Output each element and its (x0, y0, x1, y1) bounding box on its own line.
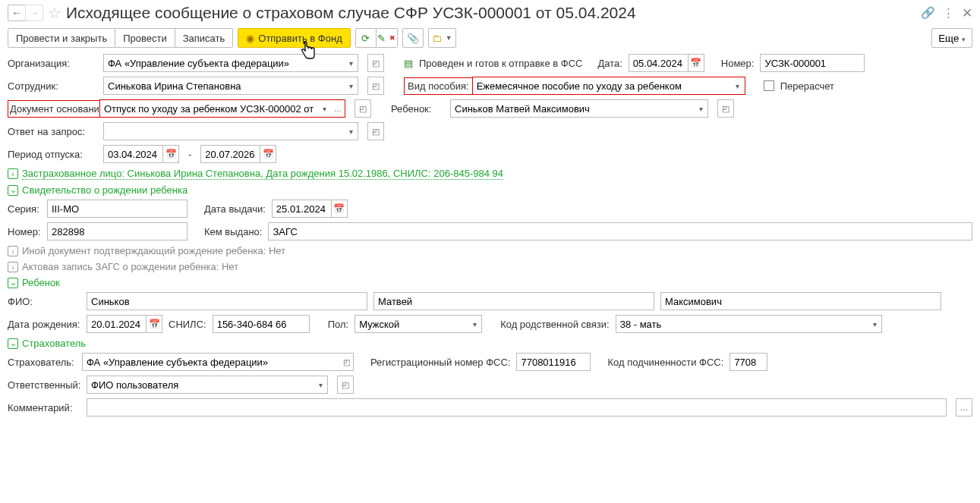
insured-person-info[interactable]: Застрахованное лицо: Синькова Ирина Степ… (22, 168, 503, 180)
cert-issued-by-input[interactable] (268, 222, 972, 240)
basis-doc-combo[interactable]: ▾ … (99, 99, 345, 118)
child-snils-input[interactable] (213, 315, 310, 333)
child-section[interactable]: ⌄ Ребенок (8, 277, 972, 288)
chevron-down-icon[interactable]: ▾ (731, 77, 745, 94)
folder-dropdown-button[interactable]: 🗀 ▼ (428, 28, 456, 48)
period-to-input[interactable]: 📅 (200, 145, 276, 163)
comment-input[interactable] (87, 398, 947, 417)
child-input[interactable] (450, 99, 695, 118)
chevron-down-icon[interactable]: ▾ (345, 122, 358, 140)
open-org-button[interactable]: ◰ (367, 54, 384, 72)
child-firstname-input[interactable] (373, 292, 654, 310)
snils-label: СНИЛС: (169, 319, 206, 330)
back-button[interactable]: ← (8, 5, 26, 21)
calendar-icon[interactable]: 📅 (260, 145, 276, 163)
cert-series-input[interactable] (47, 200, 187, 218)
series-label: Серия: (8, 203, 41, 215)
chevron-down-icon[interactable]: ▾ (468, 315, 482, 333)
cert-number-label: Номер: (8, 226, 41, 237)
calendar-icon[interactable]: 📅 (688, 54, 704, 72)
more-button[interactable]: Еще ▾ (931, 28, 972, 48)
chevron-down-icon[interactable]: ▾ (868, 315, 882, 333)
responsible-combo[interactable]: ▾ (87, 376, 328, 394)
fss-reg-input[interactable] (516, 353, 591, 371)
calendar-icon[interactable]: 📅 (331, 200, 348, 218)
cert-issue-date-input[interactable]: 📅 (272, 200, 348, 218)
refresh-icon: ⟳ (361, 33, 370, 44)
collapse-icon[interactable]: ⌄ (8, 338, 18, 349)
expand-icon[interactable]: › (8, 168, 18, 179)
insurer-input[interactable] (82, 353, 340, 371)
favorite-star-icon[interactable]: ☆ (48, 4, 61, 22)
chevron-down-icon[interactable]: ▾ (345, 54, 358, 72)
post-and-close-button[interactable]: Провести и закрыть (8, 28, 115, 48)
collapse-icon[interactable]: ⌄ (8, 278, 18, 288)
attach-button[interactable]: 📎 (402, 28, 424, 48)
close-icon[interactable]: ✕ (962, 5, 972, 21)
basis-doc-input[interactable] (100, 100, 317, 117)
link-icon[interactable]: 🔗 (921, 6, 935, 20)
employee-combo[interactable]: ▾ (103, 77, 358, 95)
kebab-menu-icon[interactable]: ⋮ (943, 6, 954, 20)
responsible-input[interactable] (87, 376, 314, 394)
cert-number-input[interactable] (47, 222, 187, 240)
post-button[interactable]: Провести (115, 28, 175, 48)
gender-combo[interactable]: ▾ (355, 315, 482, 333)
insurer-combo[interactable]: ◰ (82, 353, 354, 371)
expand-icon[interactable]: › (8, 246, 18, 256)
calendar-icon[interactable]: 📅 (162, 145, 179, 163)
open-employee-button[interactable]: ◰ (367, 77, 384, 95)
doc-number-input[interactable] (760, 54, 865, 72)
page-title: Исходящее сообщение о страховом случае С… (66, 4, 916, 22)
folder-icon: 🗀 (432, 33, 442, 44)
benefit-type-combo[interactable]: ▾ (472, 77, 745, 95)
open-basis-button[interactable]: ◰ (355, 99, 371, 118)
open-response-button[interactable]: ◰ (367, 122, 384, 140)
expand-icon[interactable]: › (8, 262, 18, 272)
comment-ellipsis-button[interactable]: … (956, 398, 972, 417)
calendar-icon[interactable]: 📅 (146, 315, 162, 333)
recalc-checkbox[interactable] (764, 80, 774, 91)
save-button[interactable]: Записать (175, 28, 234, 48)
ellipsis-icon[interactable]: … (331, 100, 345, 117)
response-label: Ответ на запрос: (8, 126, 97, 137)
response-combo[interactable]: ▾ (103, 122, 358, 140)
chevron-down-icon[interactable]: ▾ (695, 99, 708, 118)
child-birth-input[interactable]: 📅 (87, 315, 162, 333)
period-from-input[interactable]: 📅 (103, 145, 179, 163)
open-responsible-button[interactable]: ◰ (337, 376, 354, 394)
birth-cert-title: Свидетельство о рождении ребенка (22, 184, 187, 196)
doc-date-input[interactable]: 📅 (629, 54, 704, 72)
org-input[interactable] (103, 54, 345, 72)
edit-green-button[interactable]: ✎✖ (377, 28, 398, 48)
benefit-type-input[interactable] (473, 77, 731, 94)
open-child-button[interactable]: ◰ (717, 99, 734, 118)
relation-input[interactable] (616, 315, 868, 333)
refresh-button[interactable]: ⟳ (355, 28, 377, 48)
chevron-down-icon[interactable]: ▾ (314, 376, 328, 394)
forward-button[interactable]: → (25, 5, 43, 21)
open-insurer-icon[interactable]: ◰ (340, 353, 354, 371)
insurer-section[interactable]: ⌄ Страхователь (8, 338, 972, 349)
relation-label: Код родственной связи: (500, 319, 610, 330)
gender-input[interactable] (355, 315, 468, 333)
send-to-fund-button[interactable]: ◉ Отправить в Фонд (238, 28, 350, 48)
fss-sub-label: Код подчиненности ФСС: (607, 357, 723, 368)
insured-person-section[interactable]: › Застрахованное лицо: Синькова Ирина Ст… (8, 168, 972, 180)
relation-combo[interactable]: ▾ (616, 315, 972, 333)
other-doc-section[interactable]: › Иной документ подтверждающий рождение … (8, 245, 972, 256)
org-combo[interactable]: ▾ (103, 54, 358, 72)
child-patronymic-input[interactable] (660, 292, 941, 310)
birth-cert-section[interactable]: ⌄ Свидетельство о рождении ребенка (8, 184, 972, 196)
zags-record-section[interactable]: › Актовая запись ЗАГС о рождении ребенка… (8, 261, 972, 272)
collapse-icon[interactable]: ⌄ (8, 185, 18, 196)
chevron-down-icon[interactable]: ▾ (345, 77, 358, 95)
employee-input[interactable] (103, 77, 345, 95)
fio-label: ФИО: (8, 296, 80, 307)
response-input[interactable] (103, 122, 345, 140)
period-label: Период отпуска: (8, 149, 97, 160)
child-combo[interactable]: ▾ (450, 99, 708, 118)
child-lastname-input[interactable] (87, 292, 367, 310)
fss-sub-input[interactable] (729, 353, 767, 371)
chevron-down-icon[interactable]: ▾ (317, 100, 331, 117)
